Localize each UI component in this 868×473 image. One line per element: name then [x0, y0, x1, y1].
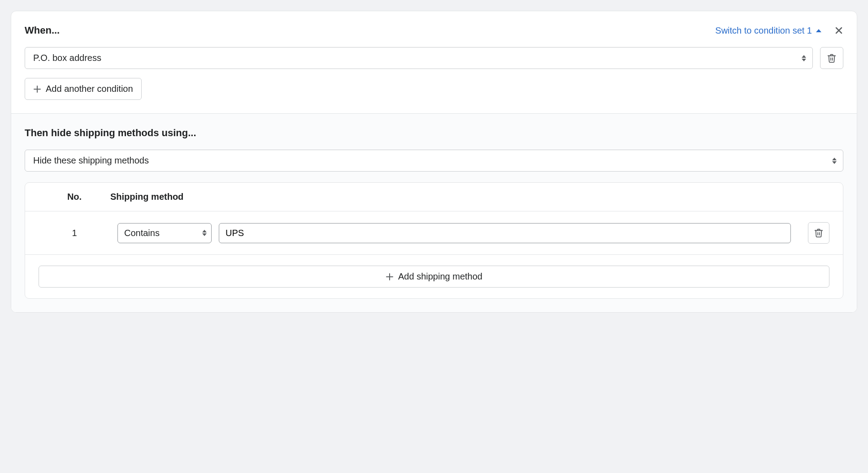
col-no-header: No. — [39, 192, 110, 202]
select-caret-icon — [802, 55, 806, 61]
plus-icon — [33, 85, 41, 93]
action-select-wrap: Hide these shipping methods — [25, 150, 843, 172]
action-select[interactable]: Hide these shipping methods — [25, 150, 843, 172]
shipping-methods-table: No. Shipping method 1 Contains — [25, 182, 843, 299]
then-section: Then hide shipping methods using... Hide… — [11, 113, 857, 312]
add-shipping-method-button[interactable]: Add shipping method — [39, 266, 829, 288]
add-row-wrap: Add shipping method — [25, 255, 843, 298]
switch-condition-set-label: Switch to condition set 1 — [715, 26, 812, 36]
trash-icon — [827, 53, 837, 63]
select-caret-icon — [202, 230, 207, 236]
col-method-header: Shipping method — [110, 192, 798, 202]
match-type-value: Contains — [124, 228, 160, 238]
when-header-actions: Switch to condition set 1 — [715, 26, 843, 36]
condition-type-value: P.O. box address — [33, 53, 101, 63]
rule-card: When... Switch to condition set 1 P.O. b… — [11, 11, 857, 313]
add-shipping-method-label: Add shipping method — [398, 271, 482, 282]
plus-icon — [386, 273, 394, 281]
add-condition-button[interactable]: Add another condition — [25, 78, 142, 100]
match-type-select[interactable]: Contains — [117, 223, 212, 243]
delete-condition-button[interactable] — [820, 47, 843, 69]
when-section: When... Switch to condition set 1 P.O. b… — [11, 11, 857, 113]
table-header: No. Shipping method — [25, 183, 843, 211]
condition-type-select[interactable]: P.O. box address — [25, 47, 813, 69]
condition-row: P.O. box address — [25, 47, 843, 69]
delete-row-button[interactable] — [808, 222, 829, 244]
then-title: Then hide shipping methods using... — [25, 127, 843, 139]
trash-icon — [814, 228, 824, 238]
close-button[interactable] — [834, 26, 843, 35]
when-header-row: When... Switch to condition set 1 — [25, 25, 843, 36]
close-icon — [834, 26, 843, 35]
row-number: 1 — [39, 228, 110, 238]
add-condition-label: Add another condition — [46, 84, 133, 94]
caret-up-icon — [816, 28, 822, 33]
switch-condition-set-link[interactable]: Switch to condition set 1 — [715, 26, 822, 36]
table-row: 1 Contains — [25, 211, 843, 255]
when-title: When... — [25, 25, 60, 36]
select-caret-icon — [832, 158, 837, 164]
shipping-method-input[interactable] — [219, 223, 791, 243]
action-select-value: Hide these shipping methods — [33, 155, 149, 166]
